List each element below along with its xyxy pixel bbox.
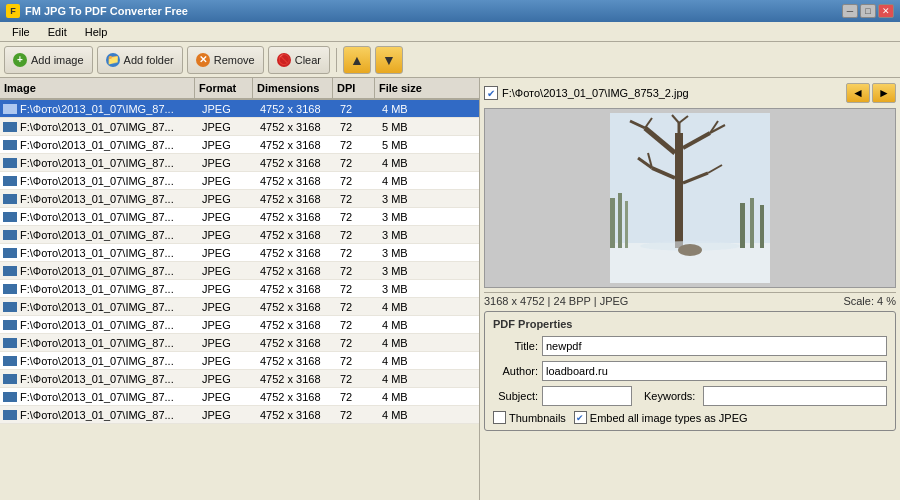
preview-path: F:\Фото\2013_01_07\IMG_8753_2.jpg	[502, 87, 842, 99]
maximize-button[interactable]: □	[860, 4, 876, 18]
table-row[interactable]: F:\Фото\2013_01_07\IMG_87... JPEG 4752 x…	[0, 352, 479, 370]
svg-rect-4	[625, 201, 628, 248]
row-dimensions: 4752 x 3168	[256, 247, 336, 259]
preview-checkbox[interactable]: ✔	[484, 86, 498, 100]
row-dpi: 72	[336, 211, 378, 223]
subject-label: Subject:	[493, 390, 538, 402]
embed-checkbox[interactable]: ✔	[574, 411, 587, 424]
table-row[interactable]: F:\Фото\2013_01_07\IMG_87... JPEG 4752 x…	[0, 388, 479, 406]
table-row[interactable]: F:\Фото\2013_01_07\IMG_87... JPEG 4752 x…	[0, 208, 479, 226]
row-icon	[3, 248, 17, 258]
toolbar-separator	[336, 48, 337, 72]
row-size: 3 MB	[378, 265, 433, 277]
preview-scale: Scale: 4 %	[843, 295, 896, 307]
table-row[interactable]: F:\Фото\2013_01_07\IMG_87... JPEG 4752 x…	[0, 136, 479, 154]
close-button[interactable]: ✕	[878, 4, 894, 18]
row-path: F:\Фото\2013_01_07\IMG_87...	[20, 355, 198, 367]
row-dimensions: 4752 x 3168	[256, 319, 336, 331]
title-bar: F FM JPG To PDF Converter Free ─ □ ✕	[0, 0, 900, 22]
row-dimensions: 4752 x 3168	[256, 301, 336, 313]
add-folder-icon: 📁	[106, 53, 120, 67]
table-row[interactable]: F:\Фото\2013_01_07\IMG_87... JPEG 4752 x…	[0, 118, 479, 136]
row-path: F:\Фото\2013_01_07\IMG_87...	[20, 193, 198, 205]
row-format: JPEG	[198, 373, 256, 385]
move-down-button[interactable]: ▼	[375, 46, 403, 74]
menu-edit[interactable]: Edit	[40, 24, 75, 40]
title-input[interactable]	[542, 336, 887, 356]
row-dpi: 72	[336, 409, 378, 421]
col-header-dimensions: Dimensions	[253, 78, 333, 98]
thumbnails-check-item[interactable]: Thumbnails	[493, 411, 566, 424]
row-path: F:\Фото\2013_01_07\IMG_87...	[20, 265, 198, 277]
menu-help[interactable]: Help	[77, 24, 116, 40]
prev-image-button[interactable]: ◄	[846, 83, 870, 103]
table-row[interactable]: F:\Фото\2013_01_07\IMG_87... JPEG 4752 x…	[0, 190, 479, 208]
author-input[interactable]	[542, 361, 887, 381]
table-row[interactable]: F:\Фото\2013_01_07\IMG_87... JPEG 4752 x…	[0, 298, 479, 316]
add-image-button[interactable]: + Add image	[4, 46, 93, 74]
table-row[interactable]: F:\Фото\2013_01_07\IMG_87... JPEG 4752 x…	[0, 100, 479, 118]
left-panel: Image Format Dimensions DPI File size F:…	[0, 78, 480, 500]
app-title: FM JPG To PDF Converter Free	[25, 5, 188, 17]
table-row[interactable]: F:\Фото\2013_01_07\IMG_87... JPEG 4752 x…	[0, 316, 479, 334]
row-path: F:\Фото\2013_01_07\IMG_87...	[20, 157, 198, 169]
row-format: JPEG	[198, 391, 256, 403]
menu-file[interactable]: File	[4, 24, 38, 40]
add-folder-button[interactable]: 📁 Add folder	[97, 46, 183, 74]
row-dpi: 72	[336, 319, 378, 331]
title-label: Title:	[493, 340, 538, 352]
clear-button[interactable]: 🚫 Clear	[268, 46, 330, 74]
row-format: JPEG	[198, 301, 256, 313]
options-row: Thumbnails ✔ Embed all image types as JP…	[493, 411, 887, 424]
pdf-properties-panel: PDF Properties Title: Author: Subject: K…	[484, 311, 896, 431]
author-label: Author:	[493, 365, 538, 377]
row-size: 3 MB	[378, 229, 433, 241]
keywords-input[interactable]	[703, 386, 887, 406]
thumbnails-checkbox[interactable]	[493, 411, 506, 424]
list-header: Image Format Dimensions DPI File size	[0, 78, 479, 100]
file-list[interactable]: F:\Фото\2013_01_07\IMG_87... JPEG 4752 x…	[0, 100, 479, 500]
minimize-button[interactable]: ─	[842, 4, 858, 18]
table-row[interactable]: F:\Фото\2013_01_07\IMG_87... JPEG 4752 x…	[0, 280, 479, 298]
col-header-dpi: DPI	[333, 78, 375, 98]
row-dimensions: 4752 x 3168	[256, 391, 336, 403]
table-row[interactable]: F:\Фото\2013_01_07\IMG_87... JPEG 4752 x…	[0, 334, 479, 352]
svg-rect-24	[760, 205, 764, 248]
row-dimensions: 4752 x 3168	[256, 355, 336, 367]
table-row[interactable]: F:\Фото\2013_01_07\IMG_87... JPEG 4752 x…	[0, 154, 479, 172]
row-path: F:\Фото\2013_01_07\IMG_87...	[20, 247, 198, 259]
pdf-properties-title: PDF Properties	[493, 318, 887, 330]
row-format: JPEG	[198, 247, 256, 259]
row-icon	[3, 140, 17, 150]
row-icon	[3, 194, 17, 204]
row-size: 4 MB	[378, 391, 433, 403]
row-size: 4 MB	[378, 355, 433, 367]
table-row[interactable]: F:\Фото\2013_01_07\IMG_87... JPEG 4752 x…	[0, 244, 479, 262]
table-row[interactable]: F:\Фото\2013_01_07\IMG_87... JPEG 4752 x…	[0, 172, 479, 190]
row-icon	[3, 338, 17, 348]
subject-input[interactable]	[542, 386, 632, 406]
row-dpi: 72	[336, 301, 378, 313]
menu-bar: File Edit Help	[0, 22, 900, 42]
row-dimensions: 4752 x 3168	[256, 139, 336, 151]
row-icon	[3, 122, 17, 132]
toolbar: + Add image 📁 Add folder ✕ Remove 🚫 Clea…	[0, 42, 900, 78]
table-row[interactable]: F:\Фото\2013_01_07\IMG_87... JPEG 4752 x…	[0, 262, 479, 280]
table-row[interactable]: F:\Фото\2013_01_07\IMG_87... JPEG 4752 x…	[0, 370, 479, 388]
table-row[interactable]: F:\Фото\2013_01_07\IMG_87... JPEG 4752 x…	[0, 226, 479, 244]
svg-rect-2	[610, 198, 615, 248]
move-up-button[interactable]: ▲	[343, 46, 371, 74]
embed-check-item[interactable]: ✔ Embed all image types as JPEG	[574, 411, 748, 424]
clear-icon: 🚫	[277, 53, 291, 67]
remove-button[interactable]: ✕ Remove	[187, 46, 264, 74]
next-image-button[interactable]: ►	[872, 83, 896, 103]
row-dpi: 72	[336, 265, 378, 277]
row-dpi: 72	[336, 373, 378, 385]
row-dimensions: 4752 x 3168	[256, 409, 336, 421]
row-path: F:\Фото\2013_01_07\IMG_87...	[20, 211, 198, 223]
row-dpi: 72	[336, 193, 378, 205]
table-row[interactable]: F:\Фото\2013_01_07\IMG_87... JPEG 4752 x…	[0, 406, 479, 424]
svg-rect-22	[740, 203, 745, 248]
row-icon	[3, 302, 17, 312]
subject-keywords-row: Subject: Keywords:	[493, 386, 887, 406]
